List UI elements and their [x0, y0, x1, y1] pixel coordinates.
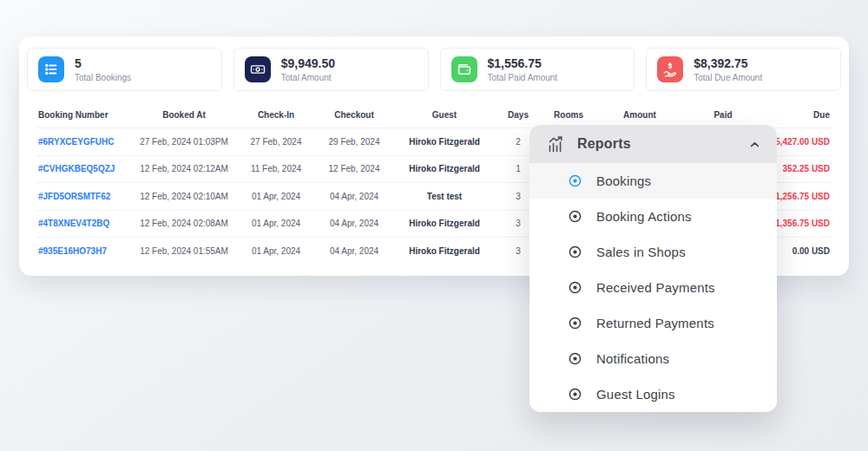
- column-header-checkout: Checkout: [312, 107, 397, 128]
- cell-check-in: 11 Feb, 2024: [240, 155, 312, 183]
- chart-icon: [547, 135, 565, 154]
- cell-checkout: 04 Apr, 2024: [312, 183, 397, 211]
- cell-checkout: 12 Feb, 2024: [312, 155, 397, 183]
- cell-booked-at: 12 Feb, 2024 02:12AM: [128, 155, 240, 183]
- cell-check-in: 01 Apr, 2024: [240, 238, 312, 265]
- cell-check-in: 01 Apr, 2024: [240, 183, 312, 211]
- bullseye-icon: [568, 173, 582, 188]
- cell-guest: Hiroko Fitzgerald: [397, 238, 492, 265]
- banknote-icon: [245, 56, 271, 82]
- column-header-booked-at: Booked At: [128, 107, 240, 128]
- dropdown-item-label: Returned Payments: [596, 316, 714, 330]
- dropdown-item-label: Guest Logins: [596, 387, 675, 402]
- dropdown-item-sales-in-shops[interactable]: Sales in Shops: [529, 234, 777, 270]
- cell-checkout: 29 Feb, 2024: [312, 128, 397, 156]
- cell-checkout: 04 Apr, 2024: [312, 238, 397, 265]
- list-icon: [38, 56, 64, 82]
- stat-label: Total Paid Amount: [488, 73, 558, 82]
- dropdown-item-label: Notifications: [596, 351, 669, 366]
- cell-booked-at: 27 Feb, 2024 01:03PM: [128, 128, 240, 156]
- bullseye-icon: [568, 245, 582, 259]
- column-header-check-in: Check-In: [240, 107, 312, 128]
- stat-label: Total Bookings: [75, 73, 131, 82]
- stat-label: Total Amount: [281, 73, 335, 82]
- column-header-due: Due: [760, 107, 832, 128]
- bullseye-icon: [568, 316, 582, 330]
- booking-number-link[interactable]: #6RYXCEYGFUHC: [38, 137, 114, 147]
- column-header-guest: Guest: [397, 107, 492, 128]
- cell-guest: Hiroko Fitzgerald: [397, 210, 492, 238]
- cell-booking-number: #CVHGKBEQ5QZJ: [36, 155, 128, 183]
- dropdown-item-label: Received Payments: [596, 280, 715, 295]
- reports-dropdown: Reports BookingsBooking ActionsSales in …: [529, 125, 777, 412]
- bullseye-icon: [568, 387, 582, 402]
- cell-booked-at: 12 Feb, 2024 02:10AM: [128, 183, 240, 211]
- stats-row: 5Total Bookings$9,949.50Total Amount$1,5…: [19, 36, 849, 91]
- dropdown-item-label: Booking Actions: [596, 209, 692, 224]
- reports-dropdown-title: Reports: [577, 136, 748, 152]
- stat-card-total-paid-amount: $1,556.75Total Paid Amount: [440, 48, 635, 91]
- column-header-booking-number: Booking Number: [36, 107, 128, 128]
- dropdown-item-received-payments[interactable]: Received Payments: [529, 270, 777, 305]
- dropdown-item-returned-payments[interactable]: Returned Payments: [529, 305, 777, 341]
- wallet-icon: [451, 56, 477, 82]
- cell-booked-at: 12 Feb, 2024 01:55AM: [128, 238, 240, 265]
- bullseye-icon: [568, 280, 582, 295]
- dropdown-item-label: Sales in Shops: [596, 245, 686, 259]
- stat-value: 5: [75, 56, 131, 70]
- stat-label: Total Due Amount: [694, 73, 762, 82]
- booking-number-link[interactable]: #JFD5ORSMTF62: [38, 192, 110, 201]
- cell-booking-number: #6RYXCEYGFUHC: [36, 128, 128, 156]
- hand-dollar-icon: [657, 56, 683, 82]
- bullseye-icon: [568, 351, 582, 366]
- cell-guest: Test test: [397, 183, 492, 211]
- cell-booking-number: #4T8XNEV4T2BQ: [36, 210, 128, 238]
- dropdown-item-bookings[interactable]: Bookings: [529, 163, 777, 199]
- cell-check-in: 27 Feb, 2024: [240, 128, 312, 156]
- stat-value: $8,392.75: [694, 56, 762, 70]
- page-background: 5Total Bookings$9,949.50Total Amount$1,5…: [0, 0, 868, 451]
- cell-booking-number: #935E16HO73H7: [36, 238, 128, 265]
- bullseye-icon: [568, 209, 582, 224]
- dropdown-item-notifications[interactable]: Notifications: [529, 341, 777, 376]
- cell-guest: Hiroko Fitzgerald: [397, 128, 492, 156]
- stat-card-total-bookings: 5Total Bookings: [27, 48, 222, 91]
- dropdown-item-label: Bookings: [596, 173, 651, 188]
- chevron-up-icon: [748, 138, 761, 151]
- stat-card-total-due-amount: $8,392.75Total Due Amount: [646, 48, 841, 91]
- dropdown-item-guest-logins[interactable]: Guest Logins: [529, 376, 777, 412]
- cell-booking-number: #JFD5ORSMTF62: [36, 183, 128, 211]
- stat-card-total-amount: $9,949.50Total Amount: [233, 48, 429, 91]
- booking-number-link[interactable]: #4T8XNEV4T2BQ: [38, 219, 109, 228]
- cell-booked-at: 12 Feb, 2024 02:08AM: [128, 210, 240, 238]
- stat-value: $9,949.50: [281, 56, 335, 70]
- dropdown-item-booking-actions[interactable]: Booking Actions: [529, 199, 777, 234]
- cell-check-in: 01 Apr, 2024: [240, 210, 312, 238]
- cell-guest: Hiroko Fitzgerald: [397, 155, 492, 183]
- booking-number-link[interactable]: #935E16HO73H7: [38, 246, 107, 256]
- reports-dropdown-items: BookingsBooking ActionsSales in ShopsRec…: [529, 163, 777, 412]
- stat-value: $1,556.75: [488, 56, 558, 70]
- cell-checkout: 04 Apr, 2024: [312, 210, 397, 238]
- booking-number-link[interactable]: #CVHGKBEQ5QZJ: [38, 164, 115, 173]
- reports-dropdown-header[interactable]: Reports: [529, 125, 777, 163]
